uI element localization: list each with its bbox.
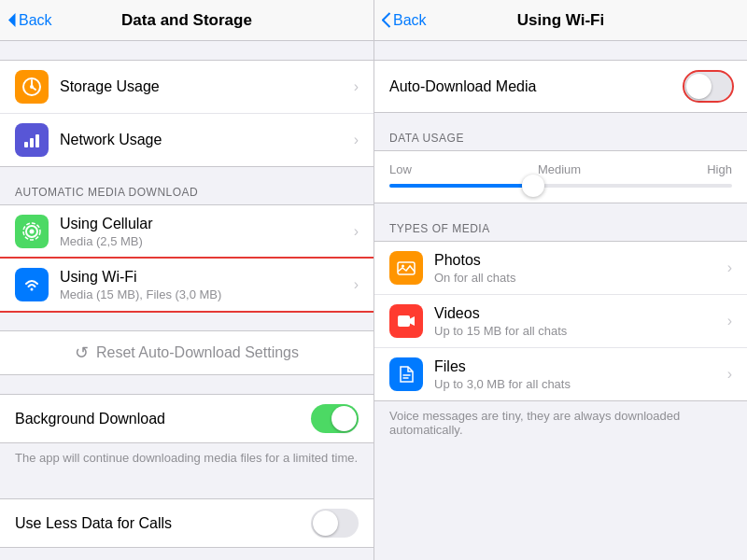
right-back-button[interactable]: Back	[382, 12, 427, 29]
right-panel: Back Using Wi-Fi Auto-Download Media DAT…	[374, 0, 747, 560]
storage-usage-title: Storage Usage	[60, 78, 354, 95]
using-cellular-row[interactable]: Using Cellular Media (2,5 MB) ›	[0, 205, 374, 259]
background-download-knob	[331, 406, 357, 431]
svg-point-8	[31, 288, 34, 291]
left-nav-bar: Back Data and Storage	[0, 0, 374, 41]
svg-point-7	[30, 230, 35, 234]
slider-label-high: High	[707, 162, 732, 176]
slider-thumb[interactable]	[522, 175, 544, 197]
auto-media-section: AUTOMATIC MEDIA DOWNLOAD Using Cellular …	[0, 186, 374, 312]
use-less-data-section: Use Less Data for Calls	[0, 498, 374, 548]
right-back-label: Back	[393, 12, 427, 29]
background-download-toggle[interactable]	[311, 404, 359, 433]
background-download-section: Background Download The app will continu…	[0, 394, 374, 480]
use-less-data-title: Use Less Data for Calls	[15, 515, 311, 532]
videos-chevron: ›	[727, 313, 732, 329]
slider-fill	[389, 184, 533, 188]
auto-media-header: AUTOMATIC MEDIA DOWNLOAD	[0, 186, 374, 204]
auto-download-toggle[interactable]	[684, 72, 732, 101]
wifi-chevron: ›	[354, 276, 359, 293]
slider-labels: Low Medium High	[389, 162, 732, 176]
bg-desc: The app will continue downloading media …	[0, 443, 374, 480]
svg-point-1	[30, 85, 34, 89]
wifi-icon	[15, 268, 49, 301]
reset-row[interactable]: ↺ Reset Auto-Download Settings	[0, 330, 374, 375]
slider-label-medium: Medium	[538, 162, 581, 176]
left-top-section-body: Storage Usage › Network Usage	[0, 60, 374, 167]
background-download-row: Background Download	[0, 395, 374, 442]
left-nav-title: Data and Storage	[121, 11, 252, 30]
use-less-data-text: Use Less Data for Calls	[15, 515, 311, 532]
files-chevron: ›	[727, 366, 732, 383]
svg-rect-2	[24, 142, 28, 147]
use-less-data-body: Use Less Data for Calls	[0, 498, 374, 548]
types-of-media-header: TYPES OF MEDIA	[374, 222, 747, 241]
types-of-media-body: Photos On for all chats › Videos	[374, 241, 747, 401]
wifi-subtitle: Media (15 MB), Files (3,0 MB)	[60, 287, 354, 301]
photos-row[interactable]: Photos On for all chats ›	[374, 242, 747, 295]
storage-usage-row[interactable]: Storage Usage ›	[0, 61, 374, 114]
reset-section: ↺ Reset Auto-Download Settings	[0, 330, 374, 375]
cellular-subtitle: Media (2,5 MB)	[60, 234, 354, 248]
storage-chevron: ›	[354, 78, 359, 95]
network-chevron: ›	[354, 132, 359, 148]
svg-rect-3	[30, 138, 34, 147]
network-usage-row[interactable]: Network Usage ›	[0, 114, 374, 166]
reset-title: Reset Auto-Download Settings	[96, 344, 299, 361]
auto-download-knob	[686, 74, 712, 99]
files-subtitle: Up to 3,0 MB for all chats	[434, 377, 727, 391]
auto-download-title: Auto-Download Media	[389, 78, 684, 95]
files-row[interactable]: Files Up to 3,0 MB for all chats ›	[374, 348, 747, 400]
network-usage-title: Network Usage	[60, 132, 354, 148]
use-less-data-knob	[313, 511, 338, 536]
svg-rect-4	[35, 134, 39, 147]
cellular-text: Using Cellular Media (2,5 MB)	[60, 216, 354, 248]
using-wifi-row[interactable]: Using Wi-Fi Media (15 MB), Files (3,0 MB…	[0, 259, 374, 311]
right-nav-title: Using Wi-Fi	[517, 11, 604, 30]
cellular-icon	[15, 215, 49, 248]
footer-note: Voice messages are tiny, they are always…	[374, 401, 747, 452]
left-back-button[interactable]: Back	[7, 12, 52, 29]
types-of-media-section: TYPES OF MEDIA Photos On for all chats	[374, 222, 747, 452]
network-usage-text: Network Usage	[60, 132, 354, 148]
videos-text: Videos Up to 15 MB for all chats	[434, 305, 727, 338]
cellular-title: Using Cellular	[60, 216, 354, 232]
data-usage-header: DATA USAGE	[374, 132, 747, 150]
svg-point-10	[402, 265, 404, 268]
background-download-title: Background Download	[15, 411, 311, 427]
use-less-data-toggle[interactable]	[311, 509, 359, 538]
photos-icon	[389, 251, 423, 285]
photos-text: Photos On for all chats	[434, 252, 727, 285]
videos-subtitle: Up to 15 MB for all chats	[434, 324, 727, 338]
svg-rect-11	[398, 315, 410, 327]
storage-usage-text: Storage Usage	[60, 78, 354, 95]
left-back-label: Back	[19, 12, 52, 29]
right-panel-content: Auto-Download Media DATA USAGE Low Mediu…	[374, 41, 747, 560]
slider-container: Low Medium High	[374, 150, 747, 203]
background-download-body: Background Download	[0, 394, 374, 443]
slider-label-low: Low	[389, 162, 412, 176]
videos-title: Videos	[434, 305, 727, 322]
storage-icon	[15, 70, 49, 104]
use-less-data-row: Use Less Data for Calls	[0, 499, 374, 547]
reset-icon: ↺	[75, 343, 89, 363]
photos-subtitle: On for all chats	[434, 271, 727, 285]
wifi-title: Using Wi-Fi	[60, 269, 354, 286]
videos-icon	[389, 304, 423, 338]
files-title: Files	[434, 358, 727, 375]
wifi-text: Using Wi-Fi Media (15 MB), Files (3,0 MB…	[60, 269, 354, 301]
auto-download-row: Auto-Download Media	[374, 60, 747, 113]
videos-row[interactable]: Videos Up to 15 MB for all chats ›	[374, 295, 747, 348]
cellular-chevron: ›	[354, 223, 359, 240]
photos-title: Photos	[434, 252, 727, 269]
left-panel: Back Data and Storage	[0, 0, 374, 560]
slider-track[interactable]	[389, 184, 732, 188]
left-panel-content: Storage Usage › Network Usage	[0, 41, 374, 560]
left-top-section: Storage Usage › Network Usage	[0, 60, 374, 167]
network-icon	[15, 123, 49, 157]
files-icon	[389, 357, 423, 391]
background-download-text: Background Download	[15, 411, 311, 427]
photos-chevron: ›	[727, 259, 732, 276]
files-text: Files Up to 3,0 MB for all chats	[434, 358, 727, 391]
auto-media-body: Using Cellular Media (2,5 MB) ›	[0, 204, 374, 312]
